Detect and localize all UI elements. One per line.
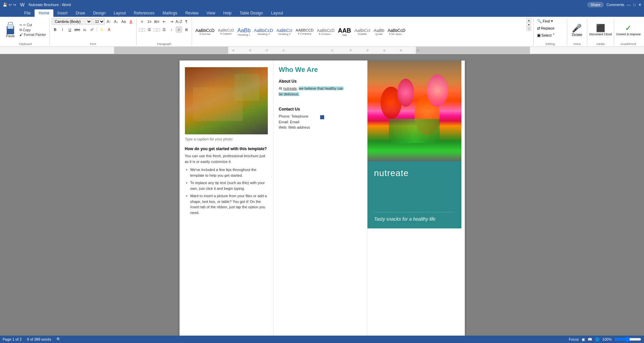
tab-mailings[interactable]: Mailings [158,9,181,17]
tab-insert[interactable]: Insert [53,9,71,17]
tagline[interactable]: Tasty snacks for a healthy life [374,212,455,222]
format-painter-button[interactable]: 🖌Format Painter [18,33,47,37]
focus-label[interactable]: Focus [569,337,579,341]
template-intro[interactable]: You can use this fresh, professional bro… [185,153,268,164]
share-button[interactable]: Share [587,2,604,7]
borders-btn[interactable]: ⊞ [183,26,190,33]
tab-design[interactable]: Design [89,9,109,17]
copy-button[interactable]: ⧉Copy [18,28,47,32]
tab-review[interactable]: Review [181,9,202,17]
select-button[interactable]: ▣ Select ˅ [536,32,556,38]
style-contact[interactable]: AaBbCcD ¶ Contact... [315,28,336,37]
multilevel-btn[interactable]: ⊞≡ [153,18,160,25]
change-case-btn[interactable]: Aa [120,18,127,25]
save-icon[interactable]: 💾 [3,3,7,7]
template-heading[interactable]: How do you get started with this templat… [185,146,268,151]
ribbon: Paste ✂✂ Cut ⧉Copy 🖌Format Painter Clipb… [0,17,644,47]
tab-layout[interactable]: Layout [110,9,130,17]
line-spacing-btn[interactable]: ↕ [168,26,175,33]
italic-button[interactable]: I [59,26,66,33]
style-subtitle[interactable]: AaBbCcI Subtitle [353,28,371,37]
style-normal[interactable]: AaBbCcD ¶ Normal [194,27,216,37]
style-title[interactable]: AAB Title [337,27,352,38]
style-heading3[interactable]: AaBbCcI Heading 3 [275,28,294,37]
about-heading[interactable]: About Us [279,79,362,84]
paste-button[interactable]: Paste [3,22,17,39]
decrease-indent-btn[interactable]: ⇤ [161,18,167,25]
gradeproof-controls: ✓ Correct & Improve [616,18,641,42]
style-nospace-label: ¶ No Spac... [389,33,404,36]
style-heading1[interactable]: AaBb Heading 1 [236,27,252,37]
strikethrough-button[interactable]: abc [74,26,81,33]
increase-indent-btn[interactable]: ⇥ [168,18,175,25]
view-mode-print[interactable]: ▣ [582,337,585,342]
tab-layout2[interactable]: Layout [267,9,287,17]
replace-button[interactable]: ⇄ Replace [536,25,556,31]
style-nospace[interactable]: AaBbCcD ¶ No Spac... [386,28,407,37]
find-dropdown: ▼ [550,19,553,23]
styles-scroll-up[interactable]: ▲ [527,18,531,22]
bullets-btn[interactable]: ≡ [139,18,145,25]
brand-name[interactable]: nutreate [374,168,455,178]
minimize-button[interactable]: — [627,3,631,7]
increase-font-btn[interactable]: A↑ [105,18,112,25]
show-marks-btn[interactable]: ¶ [183,18,190,25]
paragraph-group: ≡ 1≡ ⊞≡ ⇤ ⇥ A↕Z ¶ ⬚⬚ ☰ ⬚⬚ ☰ ↕ ▪ [137,18,192,46]
about-text[interactable]: At nutreate, we believe that healthy can… [279,86,362,97]
correct-improve-button[interactable]: ✓ Correct & Improve [616,24,641,36]
tab-help[interactable]: Help [219,9,236,17]
clear-format-btn[interactable]: A [128,18,134,25]
font-family-select[interactable]: Cambria (Body) [52,18,92,25]
styles-scroll-down[interactable]: ▼ [527,23,531,27]
style-subtitle-label: Subtitle [358,33,367,36]
style-company[interactable]: AABBCCD ¶ Company [294,28,315,36]
selection-handle[interactable] [320,115,324,119]
underline-button[interactable]: U [66,26,73,33]
style-heading2[interactable]: AaBbCcD Heading 2 [253,27,275,37]
text-highlight-button[interactable]: A [98,26,105,33]
bullet-item-2[interactable]: To replace any tip text (such as this) w… [185,180,268,191]
zoom-slider[interactable] [614,337,641,341]
style-contact-preview: AaBbCcD [317,29,335,33]
document-cloud-button[interactable]: ⬛ Document Cloud [589,24,612,36]
numbering-btn[interactable]: 1≡ [146,18,153,25]
close-button[interactable]: ✕ [638,3,641,7]
tab-table-design[interactable]: Table Design [236,9,267,17]
para-row1: ≡ 1≡ ⊞≡ ⇤ ⇥ A↕Z ¶ [139,18,190,25]
dictate-button[interactable]: 🎤 Dictate [572,24,582,37]
undo-icon[interactable]: ↩ [9,3,12,7]
view-mode-read[interactable]: 📖 [588,337,592,342]
style-caption[interactable]: AaBbCcD ¶ Caption [216,28,235,36]
contact-heading[interactable]: Contact Us [279,107,362,112]
bullet-item-3[interactable]: Want to insert a picture from your files… [185,193,268,215]
cut-button[interactable]: ✂✂ Cut [18,23,47,27]
comments-button[interactable]: Comments [606,3,624,7]
font-color-button[interactable]: A [106,26,112,33]
justify-btn[interactable]: ☰ [161,26,167,33]
subscript-button[interactable]: x₂ [81,26,88,33]
bullet-item-1[interactable]: We've included a few tips throughout the… [185,167,268,178]
col2-title[interactable]: Who We Are [279,66,362,74]
maximize-button[interactable]: □ [633,3,636,7]
bold-button[interactable]: B [52,26,58,33]
decrease-font-btn[interactable]: A↓ [113,18,119,25]
font-size-select[interactable]: 11 [93,18,105,25]
tab-file[interactable]: File [20,9,35,17]
sort-btn[interactable]: A↕Z [176,18,182,25]
style-quote[interactable]: AaBb Quote [372,27,386,37]
align-right-btn[interactable]: ⬚⬚ [153,26,160,33]
view-mode-web[interactable]: 🌐 [595,337,600,342]
tab-references[interactable]: References [130,9,158,17]
contact-web[interactable]: Web: Web address [279,125,362,130]
tab-view[interactable]: View [203,9,219,17]
tab-home[interactable]: Home [35,9,53,17]
align-left-btn[interactable]: ⬚⬚ [139,26,145,33]
find-button[interactable]: 🔍 Find ▼ [536,18,555,24]
align-center-btn[interactable]: ☰ [146,26,153,33]
shading-btn[interactable]: ▪ [176,26,182,33]
redo-icon[interactable]: ↪ [13,3,16,7]
superscript-button[interactable]: x² [89,26,95,33]
tab-draw[interactable]: Draw [71,9,89,17]
styles-scroll-more[interactable]: ⬡ [527,27,531,31]
contact-email[interactable]: Email: Email [279,119,362,125]
